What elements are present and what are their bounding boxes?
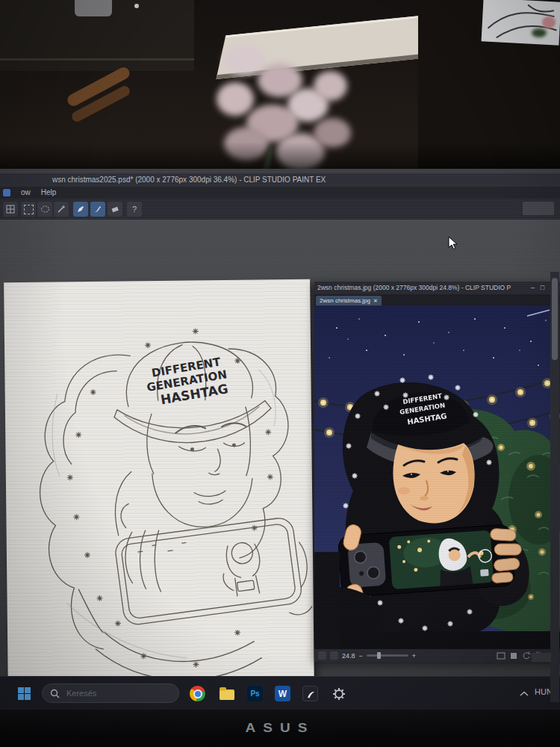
main-window-title: wsn christmas2025.psd* (2000 x 2776px 30… [52, 176, 326, 184]
zoom-in-icon[interactable]: + [412, 652, 416, 660]
eraser-tool-icon[interactable] [108, 202, 122, 217]
float-window-title: 2wsn christmas.jpg (2000 x 2776px 300dpi… [317, 282, 528, 294]
float-window-titlebar[interactable]: 2wsn christmas.jpg (2000 x 2776px 300dpi… [314, 282, 560, 294]
monitor-brand-logo: ASUS [0, 722, 560, 736]
magic-wand-icon[interactable] [54, 202, 69, 217]
float-status-bar: 24.8 − + [314, 649, 560, 662]
tab-2wsn-christmas[interactable]: 2wsn christmas.jpg ✕ [316, 296, 382, 306]
scroll-corner [532, 653, 551, 662]
float-window: 2wsn christmas.jpg (2000 x 2776px 300dpi… [314, 282, 560, 662]
stars [329, 318, 547, 366]
color-illustration: DIFFERENT GENERATION HASHTAG [314, 306, 560, 649]
under-sketch-lines [52, 369, 279, 659]
settings-icon[interactable] [329, 684, 348, 703]
flower-blossom [224, 45, 265, 75]
tab-label: 2wsn christmas.jpg [320, 296, 370, 306]
zoom-slider[interactable] [367, 654, 408, 657]
lasso-select-icon[interactable] [37, 202, 52, 217]
tool-bar: ? [0, 199, 560, 220]
transform-grid-icon[interactable] [3, 202, 18, 217]
lineart-canvas[interactable]: DIFFERENT GENERATION HASHTAG [4, 279, 314, 695]
taskbar-search[interactable] [42, 684, 179, 703]
main-window-titlebar: wsn christmas2025.psd* (2000 x 2776px 30… [0, 173, 560, 187]
word-icon[interactable]: W [273, 684, 292, 703]
menu-item-help[interactable]: Help [41, 187, 57, 199]
menu-bar: ow Help [0, 187, 560, 199]
window-minimize-icon[interactable]: – [528, 282, 538, 294]
pan-icon[interactable] [330, 651, 338, 660]
flower-blossom [314, 71, 347, 101]
search-input[interactable] [65, 688, 158, 698]
shooting-star [527, 310, 550, 316]
lineart-drawing: DIFFERENT GENERATION HASHTAG [4, 279, 314, 695]
taskbar: Ps W HUN [0, 676, 560, 710]
brush-tool-icon[interactable] [90, 202, 105, 217]
gallery-thumbnail [480, 569, 489, 577]
color-image-canvas[interactable]: DIFFERENT GENERATION HASHTAG [314, 306, 560, 649]
shelf-left-edge [0, 58, 194, 61]
mouse-cursor [448, 236, 458, 251]
rotate-ccw-icon[interactable] [522, 651, 531, 660]
windows-start-icon[interactable] [15, 684, 34, 703]
object-on-shelf [75, 0, 112, 16]
clip-studio-icon[interactable] [301, 684, 320, 703]
search-icon [50, 689, 60, 698]
monitor-bezel: ASUS [0, 710, 560, 747]
checker-icon[interactable] [318, 651, 326, 660]
zoom-100-icon[interactable] [509, 652, 518, 660]
menu-item-window[interactable]: ow [21, 187, 31, 199]
photo-of-monitor: wsn christmas2025.psd* (2000 x 2776px 30… [0, 0, 560, 747]
monitor-screen: wsn christmas2025.psd* (2000 x 2776px 30… [0, 169, 560, 710]
small-highlight [134, 4, 139, 8]
zoom-slider-thumb[interactable] [377, 652, 381, 659]
app-icon [3, 189, 10, 196]
vertical-scrollbar[interactable] [550, 272, 559, 702]
pen-tool-icon[interactable] [73, 202, 88, 217]
chrome-icon[interactable] [188, 684, 207, 703]
fit-screen-icon[interactable] [497, 652, 505, 660]
marquee-select-icon[interactable] [21, 202, 36, 217]
room-background [0, 0, 560, 173]
float-tab-bar: 2wsn christmas.jpg ✕ [314, 294, 560, 306]
pink-flower-small [542, 16, 556, 28]
document-canvas-area[interactable]: DIFFERENT GENERATION HASHTAG 2wsn christ… [0, 220, 560, 676]
zoom-out-icon[interactable]: − [359, 652, 363, 660]
window-maximize-icon[interactable]: □ [538, 282, 547, 294]
folder-icon[interactable] [217, 684, 236, 703]
zoom-value: 24.8 [342, 652, 355, 660]
tray-chevron-icon[interactable] [520, 691, 529, 697]
photoshop-icon[interactable]: Ps [246, 684, 264, 703]
flower-blossom [217, 82, 254, 116]
toolbar-right-panel [523, 202, 554, 215]
vertical-scrollbar-thumb[interactable] [552, 278, 558, 360]
help-icon[interactable]: ? [127, 202, 142, 217]
cap-lettering-lineart: DIFFERENT GENERATION HASHTAG [143, 354, 230, 409]
tab-close-icon[interactable]: ✕ [373, 296, 378, 306]
leaf-small [532, 28, 547, 37]
